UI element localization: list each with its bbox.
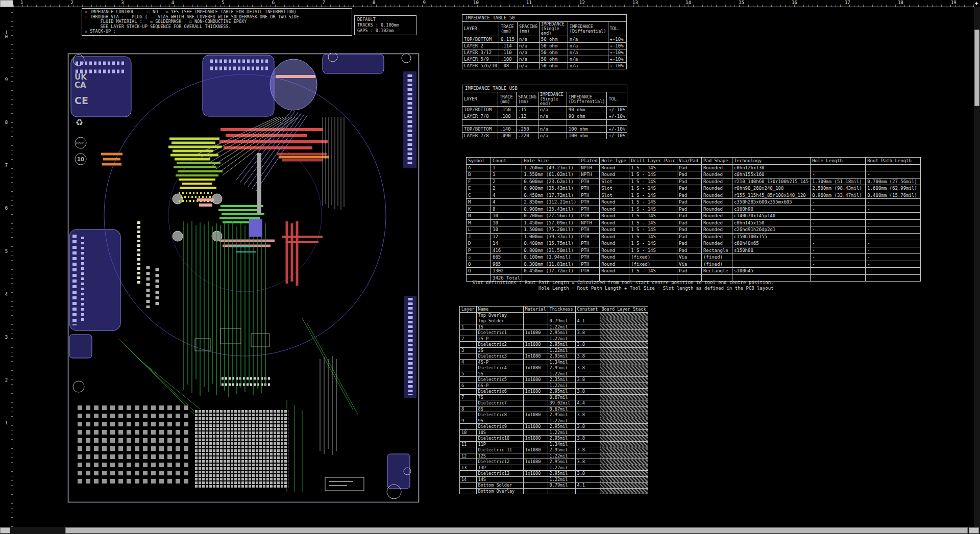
table-cell: -	[866, 171, 921, 179]
table-cell: +-10%	[608, 36, 626, 43]
table-cell	[575, 371, 600, 377]
table-cell: LAYER	[462, 92, 498, 107]
table-cell: -	[866, 164, 921, 171]
table-row: F20.600mm (23.62mil)PTHSlot1 S - 14SPadR…	[467, 178, 921, 185]
table-cell	[575, 394, 600, 400]
table-cell: 3.8	[575, 459, 600, 465]
table-cell: -	[811, 199, 866, 206]
table-cell: Pad	[677, 247, 701, 254]
table-cell: 3S	[476, 347, 523, 353]
table-cell: Round	[600, 240, 629, 247]
table-row: Dielectric11x10802.95mil3.8	[460, 330, 648, 336]
table-cell	[523, 400, 548, 406]
table-cell: Plated	[579, 158, 600, 165]
table-cell: N	[467, 213, 491, 220]
table-row: TOP/BOTTOM.140.250n/a100 ohm+/-10%	[462, 126, 627, 133]
table-cell: r155_115h45_85r100x140_120	[732, 192, 810, 199]
table-cell: Dielectric3	[476, 353, 523, 360]
table-cell: LAYER	[462, 22, 499, 36]
scroll-right-button[interactable]	[969, 527, 979, 533]
table-cell: n/a	[518, 36, 540, 43]
table-cell: (fixed)	[701, 261, 732, 268]
table-cell: c150h100x155	[732, 233, 810, 240]
table-cell: r210_140h60_130r100h215_145	[732, 178, 810, 185]
table-cell: -	[866, 240, 921, 247]
vertical-scroll-thumb[interactable]	[974, 30, 979, 106]
table-cell: PTH	[579, 226, 600, 234]
table-cell: 2	[491, 185, 522, 192]
ruler-number: 16	[792, 0, 797, 7]
table-cell: .12	[517, 113, 538, 120]
table-cell: F	[467, 178, 491, 185]
table-cell	[523, 465, 548, 471]
table-cell	[600, 347, 648, 353]
table-row: Dielectric51x10802.35mil3.8	[460, 377, 648, 383]
table-cell: Hole Size	[522, 158, 579, 165]
table-cell: 0.67mil	[548, 406, 575, 412]
table-cell: 100 ohm	[567, 126, 607, 133]
ruler-number: 6	[4, 206, 9, 210]
table-cell: 3.8	[575, 330, 600, 336]
table-cell: 1.22mil	[548, 476, 575, 482]
table-cell: Dielectric 11	[476, 447, 523, 453]
ruler-number: 3	[4, 335, 9, 339]
horizontal-scrollbar[interactable]	[0, 527, 980, 534]
table-cell	[600, 400, 648, 406]
table-cell: Rounded	[701, 226, 732, 234]
table-cell: D	[467, 240, 491, 247]
default-title: DEFAULT	[357, 17, 413, 22]
component-outlines	[195, 328, 270, 351]
table-cell: NPTH	[579, 164, 600, 171]
table-cell: ▫	[467, 254, 491, 261]
table-cell: 2.95mil	[548, 389, 575, 395]
table-cell: Rectangle	[701, 247, 732, 254]
impedance-usb-grid: LAYERTRACE (mm)SPACING (mm)IMPEDANCE (Si…	[462, 92, 627, 139]
drill-grid: SymbolCountHole SizePlatedHole TypeDrill…	[466, 157, 921, 282]
ruler-number: 1	[4, 421, 9, 425]
table-cell: c350h285x600x355mx605	[732, 199, 810, 206]
table-cell	[575, 465, 600, 471]
table-cell: 1.22mil	[548, 383, 575, 389]
table-cell: 1.600mm (62.99mil)	[866, 185, 921, 192]
table-cell: PTH	[579, 206, 600, 213]
table-cell: Pad	[677, 240, 701, 247]
table-cell: n/a	[518, 43, 540, 49]
table-cell: 1x1080	[523, 471, 548, 477]
table-row: LAYER 3/12.110n/a50 ohmn/a+-10%	[462, 49, 627, 56]
table-cell: .090	[498, 133, 517, 139]
table-cell	[811, 274, 866, 282]
table-cell: 1302	[491, 268, 522, 275]
table-cell: LAYER 5/9	[462, 56, 499, 63]
table-row: ▫6650.100mm (3.94mil)PTHRound(fixed)Via(…	[467, 254, 921, 261]
table-cell: -	[866, 219, 921, 226]
table-cell	[523, 418, 548, 424]
pcb-layout-canvas[interactable]: UK CA CE ♻ RoHS 10	[67, 53, 420, 503]
table-cell: 1x1080	[523, 353, 548, 360]
table-cell: 0.900mm (35.43mil)	[522, 206, 579, 213]
table-cell: 3.8	[575, 377, 600, 383]
table-cell: Dielectric8	[476, 412, 523, 418]
table-cell: 1 S - 14S	[629, 213, 677, 220]
table-cell: n/a	[538, 126, 567, 133]
horizontal-scroll-thumb[interactable]	[65, 527, 968, 533]
table-cell: 2.95mil	[548, 353, 575, 360]
vertical-scrollbar[interactable]	[974, 7, 980, 527]
fab-notes-box: ☒ IMPEDANCE CONTROL : ☐ NO ☒ YES (SEE IM…	[82, 8, 352, 36]
table-cell: -	[811, 219, 866, 226]
table-cell: 50 ohm	[539, 36, 568, 43]
table-cell: Round	[600, 206, 629, 213]
table-cell: 0.400mm (15.75mil)	[522, 240, 579, 247]
table-cell: 1S	[476, 324, 523, 330]
scroll-left-button[interactable]	[0, 527, 10, 533]
table-cell: 14S	[476, 476, 523, 482]
table-cell: Count	[491, 158, 522, 165]
table-cell: PTH	[579, 240, 600, 247]
table-cell: n/a	[568, 36, 608, 43]
table-cell: 1.22mil	[548, 336, 575, 342]
table-title: IMPEDANCE TABLE USB	[462, 85, 627, 92]
table-row: A11.260mm (49.21mil)NPTHRound1 S - 14SPa…	[467, 164, 921, 171]
table-cell: Constant	[575, 307, 600, 313]
table-cell: -	[811, 206, 866, 213]
table-cell: 1 S - 14S	[629, 247, 677, 254]
table-cell	[575, 429, 600, 436]
